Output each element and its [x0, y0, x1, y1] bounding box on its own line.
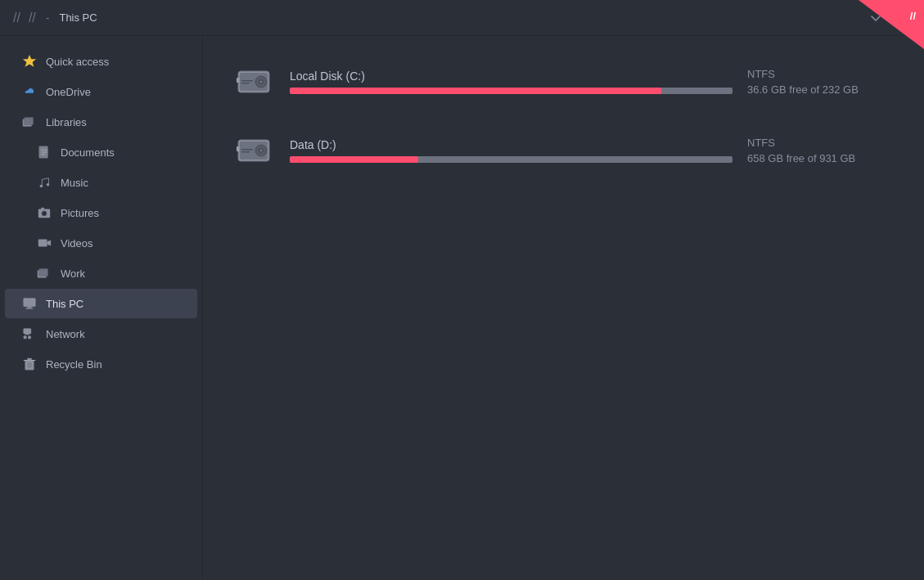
drive-d-bar-bg — [290, 156, 732, 163]
svg-rect-1 — [25, 118, 34, 125]
drive-d-icon — [232, 129, 275, 172]
cloud-icon — [21, 83, 38, 100]
svg-rect-10 — [41, 208, 44, 210]
svg-rect-13 — [39, 269, 48, 277]
svg-rect-14 — [24, 299, 35, 307]
sidebar-item-network[interactable]: Network — [5, 319, 197, 348]
trash-icon — [21, 356, 38, 372]
drive-c-meta: NTFS 36.6 GB free of 232 GB — [747, 68, 895, 96]
monitor-icon — [21, 295, 38, 312]
sidebar-label-recycle-bin: Recycle Bin — [46, 358, 102, 371]
sidebar-item-documents[interactable]: Documents — [5, 137, 197, 167]
sidebar: Quick access OneDrive Libraries — [0, 36, 203, 580]
svg-rect-43 — [241, 151, 250, 153]
sidebar-item-work[interactable]: Work — [5, 259, 197, 288]
sidebar-label-work: Work — [61, 268, 85, 280]
svg-rect-28 — [27, 358, 31, 361]
star-icon — [21, 53, 38, 70]
sidebar-label-music: Music — [61, 177, 88, 189]
titlebar: // // - This PC — [0, 0, 924, 36]
drive-c-bar-fill — [290, 88, 661, 94]
drive-c-bar-bg — [290, 88, 732, 94]
svg-rect-17 — [24, 329, 31, 334]
svg-rect-15 — [27, 307, 31, 308]
drive-d-fs: NTFS — [747, 137, 895, 149]
svg-point-6 — [40, 185, 43, 188]
drive-c-fs: NTFS — [747, 68, 895, 80]
svg-rect-34 — [241, 80, 253, 82]
content-area: Local Disk (C:) NTFS 36.6 GB free of 232… — [203, 36, 924, 580]
svg-rect-44 — [237, 146, 239, 151]
svg-point-33 — [260, 81, 262, 83]
document-icon — [36, 144, 52, 160]
sidebar-item-libraries[interactable]: Libraries — [5, 107, 197, 137]
nav-slash-1: // — [13, 11, 20, 25]
drive-c-icon — [232, 61, 275, 103]
svg-point-41 — [260, 150, 262, 151]
nav-back: // // — [13, 11, 36, 25]
sidebar-item-videos[interactable]: Videos — [5, 228, 197, 258]
drive-d[interactable]: Data (D:) NTFS 658 GB free of 931 GB — [229, 124, 898, 177]
drive-c-space: 36.6 GB free of 232 GB — [747, 83, 895, 96]
music-icon — [36, 174, 52, 191]
svg-point-9 — [42, 211, 47, 216]
path-separator: - — [46, 11, 50, 25]
sidebar-item-music[interactable]: Music — [5, 168, 197, 197]
sidebar-label-onedrive: OneDrive — [46, 86, 91, 98]
drive-c[interactable]: Local Disk (C:) NTFS 36.6 GB free of 232… — [229, 56, 898, 108]
sidebar-item-quick-access[interactable]: Quick access — [5, 47, 197, 76]
drive-d-space: 658 GB free of 931 GB — [747, 152, 895, 164]
sidebar-label-videos: Videos — [61, 237, 93, 250]
network-icon — [21, 326, 38, 342]
svg-rect-42 — [241, 149, 253, 151]
drive-d-details: Data (D:) — [290, 138, 732, 163]
drive-c-name: Local Disk (C:) — [290, 70, 732, 83]
camera-icon — [36, 205, 52, 221]
sidebar-item-recycle-bin[interactable]: Recycle Bin — [5, 349, 197, 379]
svg-point-7 — [47, 183, 50, 187]
drive-d-name: Data (D:) — [290, 138, 732, 151]
folder-work-icon — [36, 265, 52, 281]
svg-rect-36 — [237, 78, 239, 83]
svg-rect-19 — [24, 336, 27, 339]
sidebar-label-this-pc: This PC — [46, 298, 83, 310]
sidebar-label-quick-access: Quick access — [46, 56, 109, 68]
drive-d-meta: NTFS 658 GB free of 931 GB — [747, 137, 895, 164]
svg-rect-16 — [26, 308, 34, 308]
nav-slash-2: // — [29, 11, 36, 25]
current-path: This PC — [59, 11, 97, 24]
folder-libraries-icon — [21, 114, 38, 130]
corner-symbol: // — [910, 10, 916, 22]
sidebar-item-onedrive[interactable]: OneDrive — [5, 77, 197, 106]
sidebar-label-pictures: Pictures — [61, 207, 99, 219]
drive-d-bar-fill — [290, 156, 418, 163]
sidebar-item-pictures[interactable]: Pictures — [5, 198, 197, 227]
sidebar-item-this-pc[interactable]: This PC — [5, 289, 197, 318]
svg-rect-18 — [26, 334, 29, 335]
svg-rect-35 — [241, 83, 250, 84]
svg-rect-20 — [28, 336, 31, 339]
main-layout: Quick access OneDrive Libraries — [0, 36, 924, 580]
sidebar-label-network: Network — [46, 328, 85, 340]
drive-c-details: Local Disk (C:) — [290, 70, 732, 94]
sidebar-label-documents: Documents — [61, 146, 115, 159]
svg-rect-11 — [38, 240, 47, 247]
video-icon — [36, 235, 52, 251]
sidebar-label-libraries: Libraries — [46, 116, 87, 128]
